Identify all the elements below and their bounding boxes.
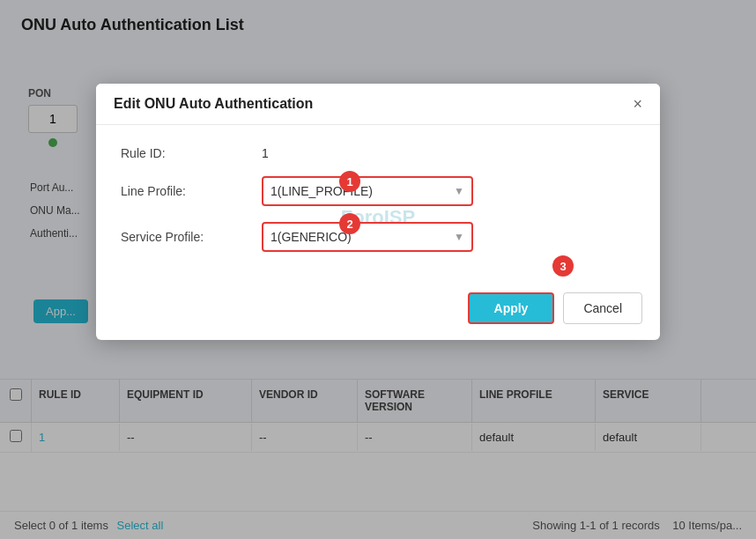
step-badge-3: 3 <box>552 255 574 277</box>
modal-close-button[interactable]: × <box>633 96 642 112</box>
apply-button[interactable]: Apply <box>468 292 555 324</box>
line-profile-row: Line Profile: 1(LINE_PROFILE) 2(LINE_PRO… <box>121 176 635 206</box>
service-profile-select-wrapper: 1(GENERICO) 2(GENERICO_2) ▼ <box>262 222 473 252</box>
line-profile-select[interactable]: 1(LINE_PROFILE) 2(LINE_PROFILE_2) <box>262 176 473 206</box>
cancel-button[interactable]: Cancel <box>563 292 642 324</box>
rule-id-row: Rule ID: 1 <box>121 146 635 160</box>
service-profile-row: Service Profile: 1(GENERICO) 2(GENERICO_… <box>121 222 635 252</box>
rule-id-value: 1 <box>262 146 269 160</box>
modal-title: Edit ONU Auto Authentication <box>114 96 313 112</box>
page-background: ONU Auto Authentication List PON Port Au… <box>0 0 756 539</box>
line-profile-select-wrapper: 1(LINE_PROFILE) 2(LINE_PROFILE_2) ▼ <box>262 176 473 206</box>
step-badge-2: 2 <box>339 213 360 234</box>
modal-overlay: Edit ONU Auto Authentication × ForoISP 1… <box>0 0 756 539</box>
modal: Edit ONU Auto Authentication × ForoISP 1… <box>96 84 660 340</box>
service-profile-label: Service Profile: <box>121 230 262 244</box>
rule-id-label: Rule ID: <box>121 146 262 160</box>
modal-body: ForoISP 1 2 3 Rule ID: 1 Line Profile: <box>96 125 660 282</box>
service-profile-select[interactable]: 1(GENERICO) 2(GENERICO_2) <box>262 222 473 252</box>
line-profile-label: Line Profile: <box>121 184 262 198</box>
modal-header: Edit ONU Auto Authentication × <box>96 84 660 125</box>
step-badge-1: 1 <box>339 171 360 192</box>
modal-footer: Apply Cancel <box>96 282 660 340</box>
